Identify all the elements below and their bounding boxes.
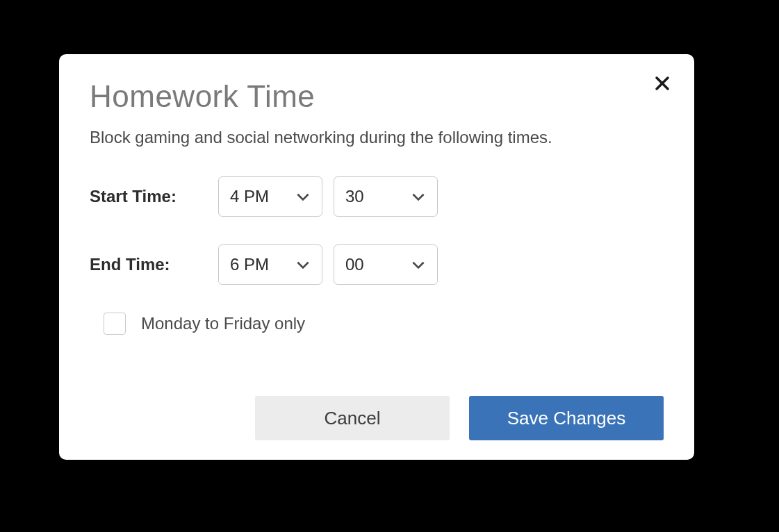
weekday-only-row: Monday to Friday only [104, 313, 664, 335]
start-time-row: Start Time: 4 PM 30 [90, 176, 664, 217]
start-hour-value: 4 PM [230, 187, 269, 206]
start-minute-select[interactable]: 30 [334, 176, 438, 217]
chevron-down-icon [409, 256, 427, 274]
end-minute-select[interactable]: 00 [334, 244, 438, 285]
chevron-down-icon [294, 188, 312, 206]
end-time-label: End Time: [90, 255, 218, 274]
homework-time-dialog: Homework Time Block gaming and social ne… [59, 54, 694, 460]
start-minute-value: 30 [345, 187, 364, 206]
end-hour-select[interactable]: 6 PM [218, 244, 322, 285]
end-hour-value: 6 PM [230, 255, 269, 274]
weekday-only-label: Monday to Friday only [141, 314, 305, 333]
dialog-subtitle: Block gaming and social networking durin… [90, 128, 664, 147]
end-minute-value: 00 [345, 255, 364, 274]
start-hour-select[interactable]: 4 PM [218, 176, 322, 217]
weekday-only-checkbox[interactable] [104, 313, 126, 335]
cancel-button[interactable]: Cancel [255, 396, 450, 440]
dialog-button-row: Cancel Save Changes [255, 396, 664, 440]
dialog-title: Homework Time [90, 79, 664, 114]
save-changes-button[interactable]: Save Changes [469, 396, 664, 440]
start-time-label: Start Time: [90, 187, 218, 206]
close-icon [654, 75, 671, 92]
chevron-down-icon [409, 188, 427, 206]
chevron-down-icon [294, 256, 312, 274]
close-button[interactable] [648, 69, 676, 97]
end-time-row: End Time: 6 PM 00 [90, 244, 664, 285]
